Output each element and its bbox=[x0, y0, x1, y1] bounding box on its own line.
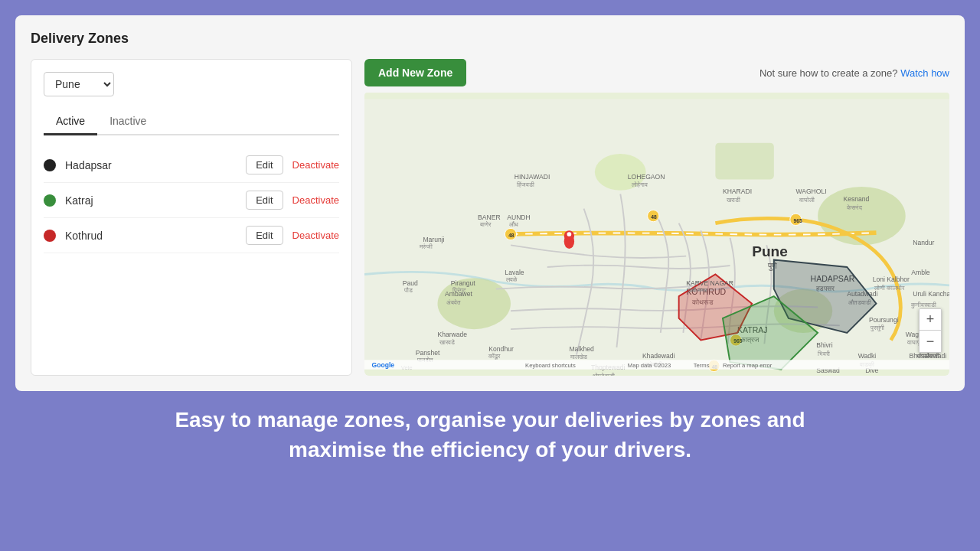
edit-button-hadapsar[interactable]: Edit bbox=[246, 155, 283, 174]
svg-text:48: 48 bbox=[508, 233, 514, 238]
svg-text:खराडी: खराडी bbox=[726, 197, 740, 204]
zoom-out-button[interactable]: − bbox=[920, 331, 941, 352]
svg-rect-5 bbox=[715, 143, 773, 180]
bottom-text: Easy to manage zones, organise your deli… bbox=[159, 405, 820, 465]
edit-button-kothrud[interactable]: Edit bbox=[246, 226, 283, 245]
deactivate-button-kothrud[interactable]: Deactivate bbox=[292, 230, 339, 241]
svg-text:बाणेर: बाणेर bbox=[479, 220, 492, 228]
svg-text:48: 48 bbox=[651, 214, 657, 220]
tab-inactive[interactable]: Inactive bbox=[97, 109, 158, 135]
bottom-text-line2: maximise the efficiency of your drivers. bbox=[175, 435, 805, 465]
bottom-text-line1: Easy to manage zones, organise your deli… bbox=[175, 405, 805, 435]
tabs-container: Active Inactive bbox=[44, 109, 339, 135]
zone-name-katraj: Katraj bbox=[65, 194, 246, 207]
watch-how-prefix: Not sure how to create a zone? bbox=[760, 67, 898, 79]
deactivate-button-hadapsar[interactable]: Deactivate bbox=[292, 159, 339, 171]
svg-text:Loni Kalbhor: Loni Kalbhor bbox=[873, 276, 910, 283]
map-header: Add New Zone Not sure how to create a zo… bbox=[364, 59, 949, 86]
svg-text:पिरंगुट: पिरंगुट bbox=[452, 287, 466, 295]
main-card: Delivery Zones Pune Mumbai Delhi Active … bbox=[15, 15, 965, 391]
svg-point-79 bbox=[567, 232, 572, 236]
svg-text:LOHEGAON: LOHEGAON bbox=[628, 173, 665, 181]
edit-button-katraj[interactable]: Edit bbox=[246, 191, 283, 210]
watch-how-link[interactable]: Watch how bbox=[900, 67, 949, 79]
zone-item-katraj: Katraj Edit Deactivate bbox=[44, 183, 339, 218]
tab-active[interactable]: Active bbox=[44, 109, 97, 135]
svg-text:Pune: Pune bbox=[752, 243, 788, 259]
page-title: Delivery Zones bbox=[31, 31, 949, 47]
svg-text:Map data ©2023: Map data ©2023 bbox=[628, 362, 671, 369]
svg-text:लवळे: लवळे bbox=[505, 276, 518, 283]
watch-how-text: Not sure how to create a zone? Watch how bbox=[760, 67, 949, 79]
svg-text:Kharwade: Kharwade bbox=[438, 331, 468, 338]
svg-text:Malkhed: Malkhed bbox=[569, 345, 594, 353]
svg-text:थोपटेवाडी: थोपटेवाडी bbox=[593, 372, 615, 376]
svg-text:औंध: औंध bbox=[509, 220, 518, 228]
svg-text:अंबवेत: अंबवेत bbox=[446, 298, 461, 306]
right-panel: Add New Zone Not sure how to create a zo… bbox=[364, 59, 949, 376]
svg-text:Wadki: Wadki bbox=[858, 352, 877, 360]
svg-text:KARVE NAGAR: KARVE NAGAR bbox=[686, 279, 733, 287]
svg-text:Report a map error: Report a map error bbox=[723, 362, 773, 369]
svg-text:Keyboard shortcuts: Keyboard shortcuts bbox=[525, 362, 576, 369]
svg-text:Panshet: Panshet bbox=[416, 349, 440, 357]
svg-text:खारवडे: खारवडे bbox=[439, 338, 455, 346]
svg-text:BANER: BANER bbox=[478, 214, 501, 221]
map-container: 48 965 bbox=[364, 93, 949, 376]
card-body: Pune Mumbai Delhi Active Inactive Hadaps… bbox=[31, 59, 949, 376]
svg-text:वाघोली: वाघोली bbox=[799, 196, 815, 204]
svg-text:Amble: Amble bbox=[911, 269, 930, 276]
svg-text:Kondhur: Kondhur bbox=[488, 345, 514, 353]
location-select[interactable]: Pune Mumbai Delhi bbox=[44, 72, 114, 96]
svg-text:WAGHOLI: WAGHOLI bbox=[795, 187, 826, 195]
deactivate-button-katraj[interactable]: Deactivate bbox=[292, 194, 339, 206]
svg-text:लोणी कालभोर: लोणी कालभोर bbox=[874, 284, 905, 292]
svg-text:मरुंजी: मरुंजी bbox=[419, 243, 433, 250]
svg-text:लोहेगाव: लोहेगाव bbox=[631, 181, 648, 188]
svg-text:Nandur: Nandur bbox=[913, 239, 934, 246]
svg-text:Paud: Paud bbox=[403, 279, 418, 287]
map-svg: 48 965 bbox=[364, 93, 949, 376]
location-selector: Pune Mumbai Delhi bbox=[44, 72, 339, 96]
zone-dot-kothrud bbox=[44, 230, 56, 242]
svg-text:पुरसुंगी: पुरसुंगी bbox=[870, 324, 884, 332]
svg-text:965: 965 bbox=[794, 218, 802, 223]
svg-text:कर्वे नगर: कर्वे नगर bbox=[688, 286, 707, 294]
svg-text:KHARADI: KHARADI bbox=[723, 187, 752, 195]
zone-item-kothrud: Kothrud Edit Deactivate bbox=[44, 218, 339, 253]
svg-text:AUNDH: AUNDH bbox=[507, 214, 531, 221]
svg-text:Pirangut: Pirangut bbox=[451, 279, 476, 287]
svg-text:Kesnand: Kesnand bbox=[844, 195, 870, 203]
svg-text:Terms: Terms bbox=[694, 362, 710, 369]
zones-list: Hadapsar Edit Deactivate Katraj Edit Dea… bbox=[44, 148, 339, 253]
zone-name-kothrud: Kothrud bbox=[65, 230, 246, 242]
svg-text:हिंजवडी: हिंजवडी bbox=[516, 181, 534, 188]
zone-name-hadapsar: Hadapsar bbox=[65, 159, 246, 171]
zone-item-hadapsar: Hadapsar Edit Deactivate bbox=[44, 148, 339, 183]
svg-text:पौड: पौड bbox=[403, 286, 413, 294]
svg-text:Lavale: Lavale bbox=[505, 269, 524, 276]
svg-text:Google: Google bbox=[372, 361, 395, 369]
svg-text:Bhivri: Bhivri bbox=[816, 341, 833, 349]
zone-dot-hadapsar bbox=[44, 159, 56, 171]
svg-text:Uruli Kanchan: Uruli Kanchan bbox=[913, 290, 949, 298]
add-zone-button[interactable]: Add New Zone bbox=[364, 59, 466, 86]
svg-text:मालखेड: मालखेड bbox=[570, 353, 587, 360]
left-panel: Pune Mumbai Delhi Active Inactive Hadaps… bbox=[31, 59, 352, 376]
svg-text:भोसळेवाडी: भोसळेवाडी bbox=[916, 352, 939, 360]
svg-text:HINJAWADI: HINJAWADI bbox=[514, 173, 550, 181]
svg-text:Poursungi: Poursungi bbox=[869, 316, 899, 324]
svg-text:Marunji: Marunji bbox=[423, 236, 444, 243]
map-zoom-controls: + − bbox=[919, 308, 942, 353]
zone-dot-katraj bbox=[44, 194, 56, 207]
svg-text:कोंढूर: कोंढूर bbox=[488, 352, 501, 360]
svg-text:Khadewadi: Khadewadi bbox=[642, 352, 675, 360]
zoom-in-button[interactable]: + bbox=[920, 309, 941, 331]
svg-text:भिवरी: भिवरी bbox=[817, 350, 830, 357]
svg-text:केसनंद: केसनंद bbox=[846, 204, 863, 211]
